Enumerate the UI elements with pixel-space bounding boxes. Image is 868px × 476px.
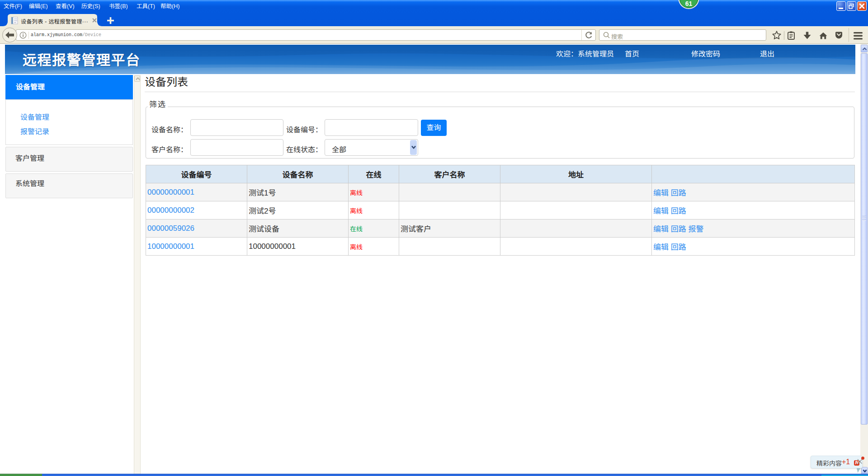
- svg-text:61: 61: [685, 0, 693, 7]
